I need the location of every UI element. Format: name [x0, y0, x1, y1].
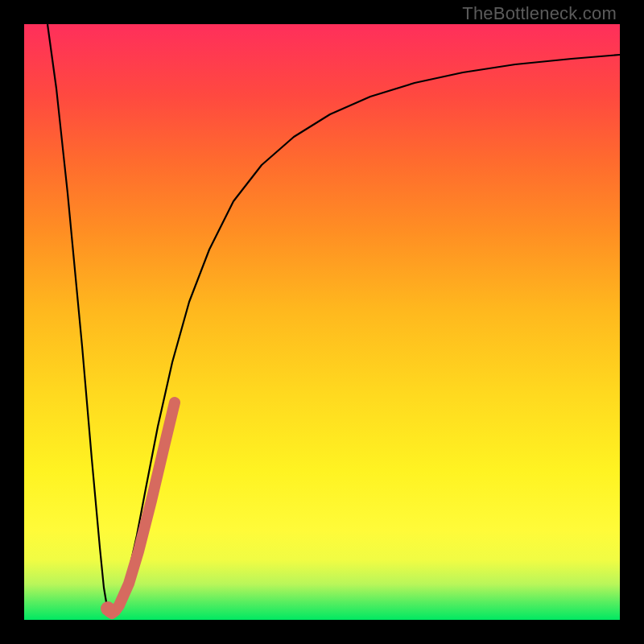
plot-area — [24, 24, 620, 620]
watermark-text: TheBottleneck.com — [462, 3, 617, 24]
chart-frame: TheBottleneck.com — [0, 0, 644, 644]
curve-layer — [24, 24, 620, 620]
highlight-end-dot — [101, 601, 115, 616]
black-curve — [47, 24, 620, 613]
